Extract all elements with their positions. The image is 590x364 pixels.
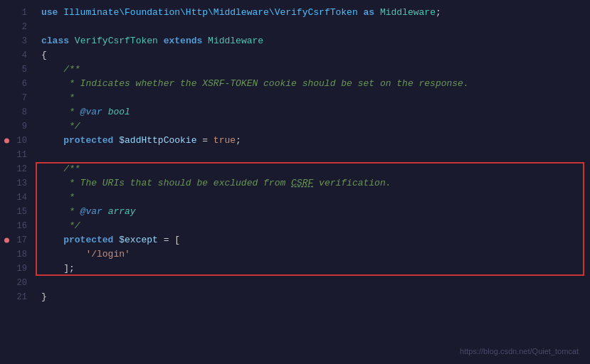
code-line: 21 } (0, 290, 590, 304)
line-content (36, 276, 590, 290)
line-content: * The URIs that should be excluded from … (36, 176, 590, 191)
code-line: 11 (0, 148, 590, 162)
code-line: 18 '/login' (0, 247, 590, 262)
line-number: 15 (0, 207, 36, 217)
line-content: ]; (36, 262, 590, 276)
breakpoint-marker (4, 238, 9, 243)
code-area: 1 use Illuminate\Foundation\Http\Middlew… (0, 0, 590, 310)
line-content: /** (36, 162, 590, 176)
line-content: protected $except = [ (36, 233, 590, 247)
code-line: 3 class VerifyCsrfToken extends Middlewa… (0, 34, 590, 48)
line-number: 21 (0, 292, 36, 302)
line-number: 14 (0, 193, 36, 203)
line-content: /** (36, 63, 590, 77)
code-line: 19 ]; (0, 262, 590, 276)
line-number: 10 (0, 136, 36, 146)
code-editor: 1 use Illuminate\Foundation\Http\Middlew… (0, 0, 590, 364)
line-number: 16 (0, 221, 36, 231)
line-content: } (36, 290, 590, 304)
code-line: 7 * (0, 91, 590, 105)
line-number: 18 (0, 250, 36, 259)
line-number: 19 (0, 264, 36, 274)
line-number: 7 (0, 93, 36, 103)
code-line: 10 protected $addHttpCookie = true; (0, 134, 590, 148)
line-content: */ (36, 219, 590, 233)
line-number: 9 (0, 122, 36, 132)
breakpoint-marker (4, 139, 9, 144)
line-number: 8 (0, 107, 36, 117)
watermark: https://blog.csdn.net/Quiet_tomcat (460, 347, 579, 355)
line-content: class VerifyCsrfToken extends Middleware (36, 34, 590, 48)
line-number: 17 (0, 235, 36, 245)
line-content: { (36, 48, 590, 63)
line-number: 4 (0, 50, 36, 60)
code-line: 13 * The URIs that should be excluded fr… (0, 176, 590, 191)
code-line: 17 protected $except = [ (0, 233, 590, 247)
code-line: 9 */ (0, 119, 590, 134)
line-number: 2 (0, 22, 36, 32)
code-line: 8 * @var bool (0, 105, 590, 119)
line-content: * @var array (36, 205, 590, 219)
line-content: * (36, 191, 590, 205)
line-content: use Illuminate\Foundation\Http\Middlewar… (36, 6, 590, 20)
code-line: 16 */ (0, 219, 590, 233)
line-content (36, 20, 590, 34)
code-line: 12 /** (0, 162, 590, 176)
code-line: 1 use Illuminate\Foundation\Http\Middlew… (0, 6, 590, 20)
line-number: 1 (0, 8, 36, 18)
line-content: * Indicates whether the XSRF-TOKEN cooki… (36, 77, 590, 91)
line-number: 3 (0, 36, 36, 46)
line-number: 5 (0, 65, 36, 75)
line-number: 6 (0, 79, 36, 89)
code-line: 5 /** (0, 63, 590, 77)
line-content: '/login' (36, 247, 590, 262)
code-line: 15 * @var array (0, 205, 590, 219)
code-line: 6 * Indicates whether the XSRF-TOKEN coo… (0, 77, 590, 91)
line-number: 20 (0, 278, 36, 288)
line-content: * @var bool (36, 105, 590, 119)
line-number: 12 (0, 164, 36, 174)
line-content: */ (36, 119, 590, 134)
line-content: * (36, 91, 590, 105)
code-line: 20 (0, 276, 590, 290)
line-number: 11 (0, 150, 36, 160)
highlighted-block-wrapper: 12 /** 13 * The URIs that should be excl… (0, 162, 590, 276)
line-content: protected $addHttpCookie = true; (36, 134, 590, 148)
code-line: 14 * (0, 191, 590, 205)
code-line: 2 (0, 20, 590, 34)
code-line: 4 { (0, 48, 590, 63)
line-number: 13 (0, 178, 36, 188)
line-content (36, 148, 590, 162)
